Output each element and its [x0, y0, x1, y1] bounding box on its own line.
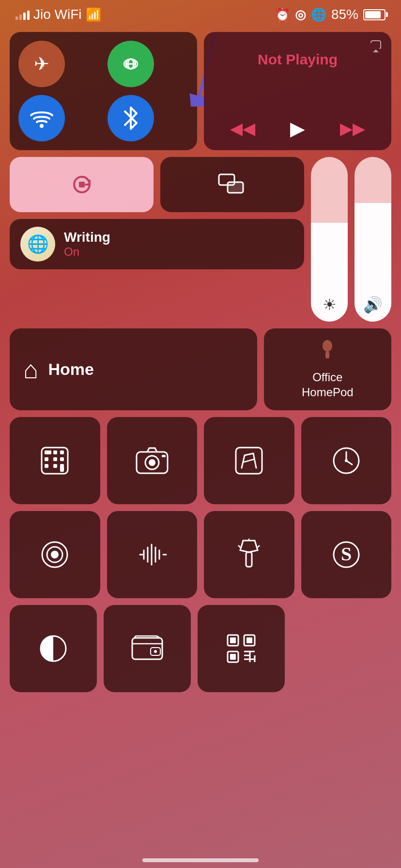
fast-forward-button[interactable]: ▶▶	[340, 119, 365, 138]
svg-rect-16	[45, 450, 51, 454]
writing-icon: 🌐	[20, 227, 55, 262]
svg-rect-20	[53, 457, 57, 461]
carrier-label: Jio WiFi	[33, 7, 82, 22]
airplane-mode-button[interactable]: ✈	[18, 41, 65, 87]
svg-rect-22	[45, 464, 48, 468]
apps-row-1	[10, 417, 391, 504]
wifi-button[interactable]	[18, 95, 65, 141]
svg-text:S: S	[341, 543, 352, 565]
homepod-icon	[317, 339, 338, 365]
status-bar: Jio WiFi 📶 ⏰ ◎ 🌐 85%	[0, 0, 401, 26]
homepod-tile[interactable]: OfficeHomePod	[264, 328, 391, 410]
markup-app[interactable]	[204, 417, 294, 504]
homepod-label: OfficeHomePod	[302, 370, 354, 400]
writing-status: On	[64, 245, 110, 259]
svg-point-27	[149, 459, 155, 466]
svg-rect-23	[53, 464, 57, 468]
signal-bars	[15, 9, 30, 20]
sliders-col: ☀ 🔊	[311, 157, 391, 322]
svg-rect-57	[247, 637, 252, 643]
svg-marker-7	[373, 49, 379, 52]
apps-row-2: S	[10, 511, 391, 598]
row-home: ⌂ Home OfficeHomePod	[10, 328, 391, 410]
location-icon: ◎	[295, 7, 306, 22]
svg-rect-59	[230, 654, 236, 660]
battery-percentage: 85%	[331, 7, 358, 22]
row-controls: 🌐 Writing On ☀ 🔊	[10, 157, 391, 322]
calculator-app[interactable]	[10, 417, 100, 504]
rewind-button[interactable]: ◀◀	[230, 119, 255, 138]
writing-on-tile[interactable]: 🌐 Writing On	[10, 219, 304, 269]
clock-app[interactable]	[301, 417, 392, 504]
status-left: Jio WiFi 📶	[15, 7, 101, 22]
control-center: ✈	[0, 26, 401, 698]
svg-line-47	[258, 545, 260, 547]
voice-memos-app[interactable]	[107, 511, 198, 598]
brightness-slider[interactable]: ☀	[311, 157, 348, 322]
not-playing-label: Not Playing	[213, 51, 383, 68]
svg-rect-51	[132, 638, 162, 659]
writing-label: Writing	[64, 230, 110, 245]
flashlight-app[interactable]	[204, 511, 294, 598]
svg-rect-24	[60, 464, 64, 472]
svg-point-53	[154, 650, 157, 653]
home-tile[interactable]: ⌂ Home	[10, 328, 257, 410]
qr-code-app[interactable]	[198, 605, 285, 692]
world-icon: 🌐	[311, 7, 326, 22]
volume-icon: 🔊	[363, 295, 383, 314]
wallet-app[interactable]	[104, 605, 191, 692]
wifi-status-icon: 📶	[86, 7, 101, 22]
dark-mode-app[interactable]	[10, 605, 97, 692]
media-player-tile[interactable]: Not Playing ◀◀ ▶ ▶▶	[204, 32, 391, 150]
svg-line-46	[238, 545, 240, 547]
small-tiles-col: 🌐 Writing On	[10, 157, 304, 322]
screen-mirror-button[interactable]	[160, 157, 304, 212]
svg-rect-18	[60, 450, 64, 454]
home-indicator	[142, 858, 259, 862]
home-label: Home	[48, 360, 93, 379]
svg-rect-21	[60, 457, 64, 461]
svg-rect-11	[228, 182, 243, 193]
svg-point-6	[40, 124, 44, 128]
svg-rect-9	[79, 182, 85, 187]
apps-row-3	[10, 605, 391, 692]
battery-icon	[363, 9, 386, 20]
volume-slider[interactable]: 🔊	[355, 157, 391, 322]
writing-text: Writing On	[64, 230, 110, 259]
svg-rect-19	[45, 457, 48, 461]
bluetooth-button[interactable]	[108, 95, 154, 141]
svg-point-33	[345, 459, 348, 462]
svg-rect-17	[53, 450, 57, 454]
home-icon: ⌂	[23, 355, 38, 384]
brightness-icon: ☀	[323, 295, 337, 314]
airplay-icon	[369, 40, 383, 57]
play-button[interactable]: ▶	[290, 117, 305, 140]
svg-rect-14	[325, 352, 329, 358]
shazam-app[interactable]: S	[301, 511, 392, 598]
alarm-icon: ⏰	[275, 7, 290, 22]
media-controls: ◀◀ ▶ ▶▶	[213, 117, 383, 140]
connectivity-tile: ✈	[10, 32, 197, 150]
rotation-lock-button[interactable]	[10, 157, 154, 212]
camera-app[interactable]	[107, 417, 198, 504]
svg-rect-28	[162, 455, 166, 457]
cellular-data-button[interactable]	[108, 41, 154, 87]
screen-record-app[interactable]	[10, 511, 100, 598]
status-right: ⏰ ◎ 🌐 85%	[275, 7, 386, 22]
svg-rect-55	[230, 637, 236, 643]
svg-rect-44	[246, 552, 252, 567]
svg-point-36	[51, 551, 59, 558]
svg-point-13	[324, 341, 331, 351]
